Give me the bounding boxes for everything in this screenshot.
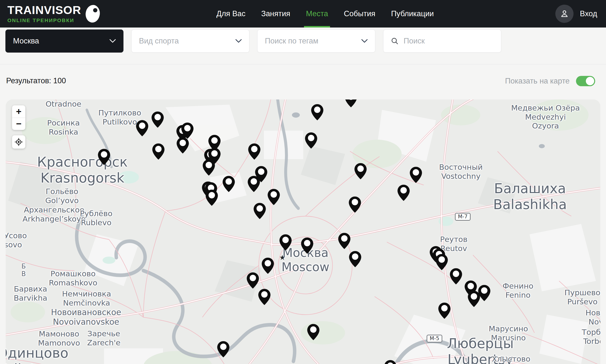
map-pin[interactable] [258, 289, 271, 305]
map-label: НовыNov [585, 308, 600, 326]
map-label: ХлыстовоHlystovo [492, 354, 530, 364]
nav-item-0[interactable]: Для Вас [216, 0, 245, 28]
map-label: РосинкаRosinka [47, 118, 80, 136]
tags-select[interactable]: Поиск по тегам [257, 29, 375, 53]
map-pin[interactable] [311, 104, 323, 120]
map-label: ПутилковоPutilkovo [98, 108, 141, 126]
map-pin[interactable] [248, 143, 260, 160]
city-select-value: Москва [13, 37, 39, 45]
crosshair-icon [15, 138, 23, 146]
map-label: НемчиновкаNemčinovka [62, 289, 111, 307]
tags-select-placeholder: Поиск по тегам [265, 37, 318, 45]
map-pin[interactable] [152, 112, 164, 128]
map-pin[interactable] [206, 190, 218, 206]
map-pin[interactable] [468, 291, 480, 307]
map-pin[interactable] [338, 233, 350, 249]
map-label: ОдинцовоOdintsovo [6, 345, 68, 364]
map-label: АрхангельскоеArkhangel’skoye [23, 205, 86, 223]
results-count-prefix: Результатов: [6, 76, 51, 85]
map[interactable]: OtradnoeПутилковоPutilkovoРосинкаRosinka… [6, 99, 600, 364]
nav-item-1[interactable]: Занятия [261, 0, 290, 28]
map-pin[interactable] [384, 360, 396, 364]
map-pin[interactable] [203, 159, 215, 176]
map-label: ФениноFenino [502, 281, 533, 299]
map-pin[interactable] [181, 123, 194, 139]
map-pin[interactable] [305, 132, 317, 149]
chevron-down-icon [361, 39, 368, 43]
map-pin[interactable] [307, 324, 319, 340]
zoom-in-button[interactable]: + [12, 105, 25, 118]
logo-mark-icon [85, 4, 100, 23]
map-pin[interactable] [217, 341, 229, 357]
map-label: РомашковоRomashkovo [49, 269, 97, 287]
map-pin[interactable] [397, 185, 410, 201]
map-pin[interactable] [247, 272, 259, 289]
nav-item-4[interactable]: Публикации [391, 0, 434, 28]
results-count: Результатов: 100 [6, 76, 66, 85]
map-label: РублёвоRublevo [80, 209, 112, 227]
map-pin[interactable] [436, 254, 448, 270]
map-pin[interactable] [301, 238, 313, 254]
main-nav: Для ВасЗанятияМестаСобытияПубликации [216, 0, 434, 28]
map-pin[interactable] [345, 99, 357, 107]
map-label: НовоивановскоеNovoivanovskoe [51, 308, 121, 327]
login-link[interactable]: Вход [580, 9, 597, 18]
logo-subtitle: ONLINE ТРЕНИРОВКИ [7, 17, 81, 23]
map-zoom-controls: + − [12, 105, 25, 130]
header-right: Вход [555, 0, 597, 28]
toggle-knob [586, 77, 594, 85]
logo-title: TRAINVISOR [7, 4, 81, 16]
map-pin[interactable] [438, 303, 451, 319]
map-pin[interactable] [349, 251, 361, 267]
map-label: КрасногорскKrasnogorsk [37, 154, 128, 186]
sport-select[interactable]: Вид спорта [131, 29, 249, 53]
capital-star-icon: ★ [279, 253, 285, 262]
map-pin[interactable] [349, 196, 361, 213]
road-badge: М-7 [455, 213, 470, 221]
header: TRAINVISOR ONLINE ТРЕНИРОВКИ Для ВасЗаня… [0, 0, 606, 28]
sport-select-placeholder: Вид спорта [139, 37, 179, 45]
map-pin[interactable] [354, 163, 367, 179]
filter-bar: Москва Вид спорта Поиск по тегам [0, 28, 606, 64]
nav-item-2[interactable]: Места [306, 0, 328, 28]
search-icon [391, 37, 399, 45]
show-on-map-label: Показать на карте [505, 77, 570, 85]
map-label: ТорбееTorbee [582, 328, 600, 346]
logo[interactable]: TRAINVISOR ONLINE ТРЕНИРОВКИ [7, 4, 100, 23]
map-pin[interactable] [223, 176, 235, 192]
map-pin[interactable] [136, 120, 148, 136]
city-select[interactable]: Москва [5, 29, 123, 53]
map-pin[interactable] [268, 189, 280, 205]
map-label: Медвежьи ОзёраMedvezhyiOzyora [511, 103, 580, 130]
chevron-down-icon [235, 39, 242, 43]
search-box [383, 29, 501, 53]
map-label: БалашихаBalashikha [493, 181, 567, 212]
map-pin[interactable] [279, 234, 292, 251]
map-label: МамоновоMamonovo [38, 329, 80, 347]
show-on-map-group: Показать на карте [505, 76, 595, 86]
map-label: Otradnoe [45, 99, 81, 109]
search-input[interactable] [404, 37, 487, 45]
map-pin[interactable] [254, 203, 266, 219]
user-icon [560, 9, 569, 19]
map-label: БарвихаBarvikha [14, 284, 47, 302]
map-pin[interactable] [262, 258, 274, 274]
map-pin[interactable] [410, 167, 422, 183]
map-pin[interactable] [177, 137, 189, 154]
nav-item-3[interactable]: События [344, 0, 375, 28]
map-label: БВ [21, 263, 26, 278]
map-label: ГольёвоGol’yovo [45, 187, 79, 205]
map-pin[interactable] [98, 149, 110, 165]
show-on-map-toggle[interactable] [576, 76, 595, 86]
zoom-out-button[interactable]: − [12, 118, 25, 130]
user-avatar-button[interactable] [555, 5, 574, 23]
locate-button[interactable] [12, 135, 25, 149]
map-label: ВосточныйVostochny [439, 163, 483, 181]
map-pin[interactable] [450, 268, 462, 284]
map-pin[interactable] [152, 143, 165, 160]
road-badge: М-5 [427, 335, 442, 342]
map-label: ЗаречьеZarech'e [87, 329, 121, 347]
results-count-value: 100 [53, 76, 66, 85]
results-row: Результатов: 100 Показать на карте [0, 65, 606, 99]
map-pin[interactable] [255, 166, 267, 182]
